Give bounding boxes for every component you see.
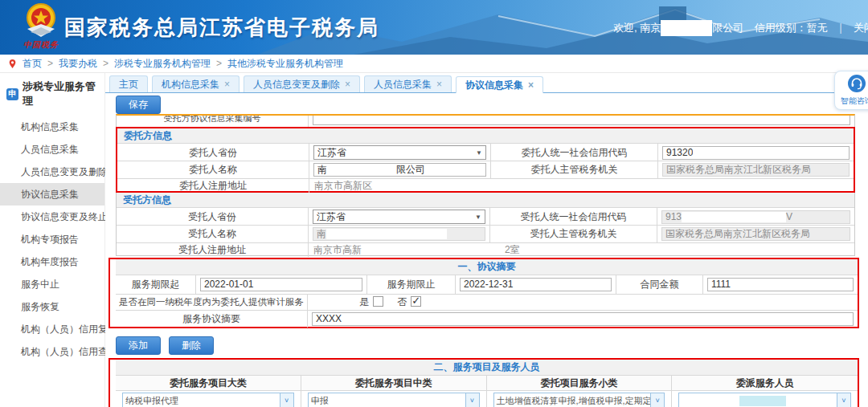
sidebar-item-credit-review[interactable]: 机构（人员）信用复核	[0, 318, 104, 340]
service-middle-combobox[interactable]: 申报 ˅	[308, 393, 480, 407]
service-start-input[interactable]: 2022-01-01	[200, 278, 362, 291]
tab-close-icon[interactable]: ×	[345, 76, 350, 92]
col-header-service-minor: 委托项目服务小类	[487, 376, 673, 390]
sidebar-item-person-info-change[interactable]: 人员信息变更及删除	[0, 161, 104, 183]
tab-home[interactable]: 主页	[109, 75, 148, 92]
close-page-link[interactable]: 关闭当页	[854, 22, 868, 34]
service-end-input[interactable]: 2022-12-31	[460, 278, 612, 291]
trustee-province-select[interactable]: 江苏省 ▼	[313, 210, 485, 224]
consignor-credit-code-input[interactable]: 91320	[662, 146, 850, 160]
breadcrumb-i-want-tax[interactable]: 我要办税	[59, 57, 97, 71]
service-major-combobox[interactable]: 纳税申报代理 ˅	[122, 393, 294, 407]
sidebar-item-service-resume[interactable]: 服务恢复	[0, 295, 104, 318]
service-minor-value: 土地增值税清算申报,增值税申报,定期定额申	[494, 393, 651, 407]
breadcrumb-separator: >	[47, 58, 53, 69]
consignor-name-suffix: 限公司	[396, 164, 425, 175]
redaction-box	[661, 20, 712, 36]
tab-label: 主页	[119, 76, 138, 92]
trustee-province-label: 受托人省份	[117, 208, 309, 226]
trustee-name-text: 南	[317, 228, 326, 239]
trustee-name-label: 受托人名称	[117, 226, 309, 242]
tab-close-icon[interactable]: ×	[528, 77, 534, 93]
add-button[interactable]: 添加	[116, 336, 161, 355]
redaction-box	[682, 395, 738, 406]
consignor-credit-code-value: 91320	[666, 147, 693, 158]
consignor-address-label: 委托人注册地址	[117, 179, 309, 193]
consignor-credit-code-label: 委托人统一社会信用代码	[491, 144, 658, 161]
sidebar-item-org-info-collect[interactable]: 机构信息采集	[0, 116, 104, 138]
trustee-credit-code-label: 受托人统一社会信用代码	[490, 208, 657, 226]
col-header-assigned-staff: 委派服务人员	[672, 376, 858, 390]
trustee-address-value: 南京市高新2室	[309, 243, 520, 257]
tab-agreement-info-collect[interactable]: 协议信息采集×	[456, 76, 543, 93]
trustee-address-label: 受托人注册地址	[117, 243, 309, 257]
summary-section-annotation: 一、协议摘要 服务期限起 2022-01-01 服务期限止 2022-12-31…	[108, 258, 859, 328]
sidebar-title: 申 涉税专业服务管理	[0, 73, 104, 116]
smart-consult-widget[interactable]: 智能咨询	[834, 71, 868, 110]
trustee-address-prefix: 南京市高新	[313, 244, 362, 255]
consignor-province-select[interactable]: 江苏省 ▼	[313, 145, 486, 160]
tab-close-icon[interactable]: ×	[436, 76, 442, 92]
consignor-province-value: 江苏省	[317, 146, 346, 160]
divider: ｜	[835, 22, 845, 34]
breadcrumb-separator: >	[103, 58, 108, 69]
agreement-abstract-label: 服务协议摘要	[116, 311, 308, 328]
trustee-section: 受托方信息 受托人省份 江苏省 ▼ 受托人统一社会信用代码 913	[116, 193, 855, 256]
consignor-name-input[interactable]: 南限公司	[313, 163, 486, 177]
service-start-label: 服务期限起	[116, 275, 196, 294]
breadcrumb-home[interactable]: 首页	[23, 57, 42, 71]
delete-button[interactable]: 删除	[169, 336, 214, 355]
assigned-staff-combobox[interactable]: ˅	[678, 393, 851, 407]
service-end-label: 服务期限止	[367, 275, 456, 294]
smart-consult-label: 智能咨询	[837, 96, 868, 107]
service-minor-combobox[interactable]: 土地增值税清算申报,增值税申报,定期定额申 ˅	[493, 393, 665, 407]
breadcrumb-agency-management[interactable]: 涉税专业服务机构管理	[114, 57, 211, 71]
consignor-tax-authority-value: 国家税务总局南京江北新区税务局	[662, 163, 850, 177]
sidebar-item-credit-query[interactable]: 机构（人员）信用查询	[0, 340, 104, 363]
collection-no-input[interactable]	[313, 114, 850, 125]
chevron-down-icon: ▼	[476, 149, 482, 157]
sidebar-item-agreement-change[interactable]: 协议信息变更及终止	[0, 206, 104, 228]
sidebar-item-agreement-info-collect[interactable]: 协议信息采集	[0, 183, 104, 206]
trustee-tax-authority-value: 国家税务总局南京江北新区税务局	[661, 227, 850, 241]
services-section-annotation: 二、服务项目及服务人员 委托服务项目大类 委托服务项目中类 委托项目服务小类 委…	[108, 358, 859, 407]
audit-yes-checkbox[interactable]	[373, 296, 383, 307]
save-button[interactable]: 保存	[116, 96, 161, 114]
tab-label: 人员信息采集	[374, 76, 432, 92]
tab-person-info-change[interactable]: 人员信息变更及删除×	[244, 75, 360, 92]
trustee-province-value: 江苏省	[317, 210, 346, 224]
sidebar-item-annual-report[interactable]: 机构年度报告	[0, 250, 104, 273]
chevron-down-icon: ˅	[465, 393, 479, 407]
tab-label: 机构信息采集	[162, 76, 219, 92]
logo-caption: 中国税务	[16, 39, 66, 51]
agreement-abstract-input[interactable]: XXXX	[312, 312, 854, 326]
assigned-staff-value	[679, 393, 788, 407]
welcome-text-suffix: 限公司	[712, 22, 743, 34]
sidebar-item-service-suspend[interactable]: 服务中止	[0, 273, 104, 295]
consignor-name-label: 委托人名称	[117, 161, 309, 178]
redaction-box	[326, 229, 447, 239]
consignor-section-title: 委托方信息	[117, 128, 854, 143]
tab-org-info-collect[interactable]: 机构信息采集×	[152, 75, 240, 92]
sidebar-item-person-info-collect[interactable]: 人员信息采集	[0, 138, 104, 161]
summary-section-title: 一、协议摘要	[116, 259, 858, 275]
audit-service-question-label: 是否在同一纳税年度内为委托人提供审计服务	[116, 295, 308, 310]
sidebar-item-special-report[interactable]: 机构专项报告	[0, 228, 104, 250]
consignor-name-prefix: 南	[317, 164, 327, 175]
col-header-service-middle: 委托服务项目中类	[301, 376, 487, 390]
redaction-box	[693, 147, 781, 158]
check-icon: ✓	[411, 295, 420, 307]
audit-no-checkbox[interactable]: ✓	[411, 296, 421, 307]
page-title: 国家税务总局江苏省电子税务局	[64, 14, 379, 42]
breadcrumb-other-agency-management[interactable]: 其他涉税专业服务机构管理	[227, 57, 343, 71]
consignor-section-annotation: 委托方信息 委托人省份 江苏省 ▼ 委托人统一社会信用代码 913	[116, 127, 855, 193]
contract-amount-input[interactable]: 1111	[707, 278, 854, 291]
breadcrumb-separator: >	[216, 58, 222, 69]
tab-close-icon[interactable]: ×	[224, 76, 230, 92]
tab-person-info-collect[interactable]: 人员信息采集×	[364, 75, 452, 92]
collection-no-row-clipped: 受托方协议信息采集编号	[116, 114, 855, 127]
audit-yes-label: 是	[359, 296, 369, 307]
location-pin-icon	[8, 59, 17, 68]
trustee-credit-code-value: 913V	[661, 210, 850, 224]
consignor-tax-authority-label: 委托人主管税务机关	[491, 161, 658, 178]
